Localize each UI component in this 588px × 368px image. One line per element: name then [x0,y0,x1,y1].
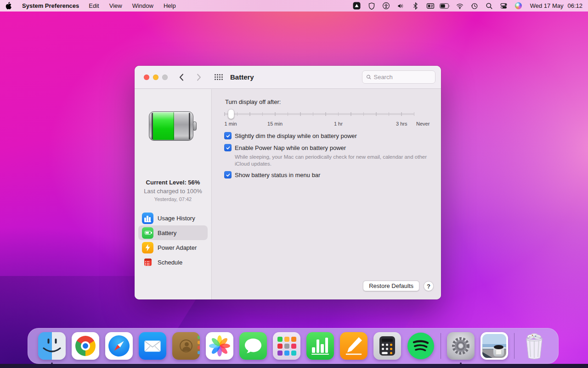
menu-help[interactable]: Help [158,0,181,12]
launchpad-icon [273,332,300,360]
messages-icon [239,332,267,360]
slider-thumb[interactable] [228,109,234,119]
restore-defaults-button[interactable]: Restore Defaults [363,281,419,291]
checkbox-label: Enable Power Nap while on battery power [235,144,346,151]
wallpaper-bottom-edge [0,364,588,368]
search-icon [366,74,371,80]
location-shield-icon[interactable] [366,1,378,11]
photos-icon [206,332,233,360]
sidebar-item-label: Usage History [158,215,195,222]
dock-item-pictures[interactable] [481,332,508,360]
sidebar-item-schedule[interactable]: Schedule [138,255,208,270]
dock-item-calculator[interactable] [373,332,401,360]
running-indicator [460,362,462,364]
dock-item-numbers[interactable] [306,332,334,360]
dock-item-photos[interactable] [206,332,233,360]
dock-item-finder[interactable] [38,332,66,360]
sidebar-item-label: Schedule [158,259,182,266]
forward-button-disabled [193,72,204,83]
control-center-icon[interactable] [498,1,510,11]
battery-terminal [193,121,197,131]
zoom-button-disabled [162,75,168,80]
display-off-slider[interactable] [224,109,414,120]
siri-icon[interactable] [513,1,525,11]
time-machine-icon[interactable] [469,1,481,11]
bluetooth-icon[interactable] [410,1,422,11]
menu-bar-clock[interactable]: Wed 17 May 06:12 [530,2,582,9]
tick-label-never: Never [416,121,430,126]
dock-item-safari[interactable] [105,332,133,360]
dock-item-contacts[interactable] [172,332,200,360]
checkbox-row-battery-status[interactable]: Show battery status in menu bar [224,171,320,178]
battery-level-graphic [149,111,197,141]
back-button[interactable] [176,72,187,83]
accessibility-icon[interactable] [380,1,392,11]
sidebar-item-usage-history[interactable]: Usage History [138,211,208,225]
dock-item-pages[interactable] [340,332,368,360]
checkbox-row-power-nap[interactable]: Enable Power Nap while on battery power [224,144,346,151]
minimize-button[interactable] [153,75,158,80]
triangle-app-icon[interactable] [351,1,363,11]
menu-edit[interactable]: Edit [84,0,104,12]
wifi-icon[interactable] [454,1,466,11]
last-charged-time: Yesterday, 07:42 [135,196,211,202]
checkbox-row-dim-display[interactable]: Slightly dim the display while on batter… [224,132,357,139]
menu-app-name[interactable]: System Preferences [17,0,84,12]
sidebar-item-power-adapter[interactable]: Power Adapter [138,240,208,255]
clock-time: 06:12 [567,2,582,9]
battery-icon [142,227,153,239]
checkbox-checked-icon[interactable] [224,144,232,151]
slider-tick-labels: 1 min 15 min 1 hr 3 hrs Never [224,121,414,127]
tick-label-15min: 15 min [267,121,283,126]
numbers-icon [306,332,334,360]
battery-fill-56-percent [153,112,174,140]
battery-status-icon[interactable] [439,1,451,11]
close-button[interactable] [144,75,149,80]
checkbox-label: Show battery status in menu bar [235,172,320,178]
search-field[interactable] [362,70,435,84]
jar-graphic [493,345,504,356]
search-input[interactable] [373,74,431,80]
power-adapter-icon [142,242,153,253]
apple-menu[interactable] [0,2,17,10]
traffic-lights [135,75,168,80]
sidebar-item-battery[interactable]: Battery [138,225,208,240]
help-button[interactable]: ? [424,281,434,291]
window-sidebar: Current Level: 56% Last charged to 100% … [135,89,212,299]
dock-item-messages[interactable] [239,332,267,360]
pictures-icon [481,332,508,360]
window-titlebar[interactable]: Battery [135,66,441,89]
display-off-label: Turn display off after: [225,98,281,105]
dock-item-launchpad[interactable] [273,332,300,360]
contacts-icon [172,332,200,360]
dock-item-spotify[interactable] [407,332,435,360]
tick-label-3hrs: 3 hrs [396,121,407,126]
last-charged-text: Last charged to 100% [135,188,211,195]
checkbox-checked-icon[interactable] [224,171,232,178]
volume-icon[interactable] [395,1,407,11]
menu-bar: System Preferences Edit View Window Help [0,0,588,12]
battery-pane: Turn display off after: 1 min 15 min 1 h… [212,89,441,299]
tick-label-1min: 1 min [225,121,237,126]
dock-item-mail[interactable] [139,332,166,360]
current-level-text: Current Level: 56% [135,179,211,186]
dock-divider [514,333,514,359]
dock-divider [441,333,441,359]
system-preferences-window: Battery Current Level: 56% Last charged … [135,66,441,299]
menu-window[interactable]: Window [127,0,158,12]
spotlight-icon[interactable] [483,1,495,11]
power-nap-description: While sleeping, your Mac can periodicall… [235,154,441,167]
dock-item-system-preferences[interactable] [447,332,475,360]
menu-view[interactable]: View [104,0,127,12]
pages-icon [340,332,368,360]
calculator-icon [373,332,401,360]
checkbox-label: Slightly dim the display while on batter… [235,132,357,139]
show-all-grid-icon[interactable] [215,74,223,80]
trash-full-icon [521,331,547,360]
usage-history-icon [142,213,153,224]
spotify-icon [407,333,434,359]
dock-item-chrome[interactable] [72,332,99,360]
input-source-icon[interactable] [424,1,436,11]
dock-item-trash[interactable] [520,332,548,360]
checkbox-checked-icon[interactable] [224,132,232,139]
